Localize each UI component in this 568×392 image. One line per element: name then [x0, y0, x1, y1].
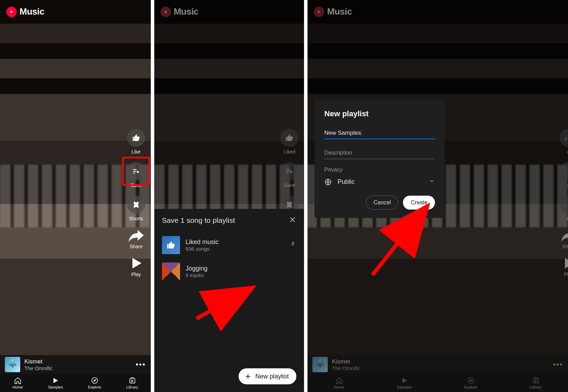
svg-marker-0	[11, 10, 13, 13]
chevron-down-icon	[429, 178, 435, 186]
share-icon	[560, 226, 568, 244]
app-logo-icon	[314, 7, 324, 17]
app-header: Music	[314, 6, 352, 17]
shorts-button[interactable]: ts	[560, 196, 568, 221]
nav-home-label: Home	[13, 385, 23, 389]
compass-icon	[91, 377, 99, 384]
privacy-value: Public	[337, 178, 355, 186]
now-playing-artist: The Omnific	[24, 365, 53, 371]
nav-samples-label: Samples	[48, 385, 63, 389]
action-rail: Like Save Shorts Share Play	[127, 129, 145, 277]
app-header: Music	[6, 6, 44, 17]
home-icon	[335, 377, 343, 384]
save-button[interactable]: Save	[280, 162, 298, 188]
app-header: Music	[161, 6, 199, 17]
bottom-nav: Home Samples Explore Library	[0, 374, 151, 392]
liked-button[interactable]: d	[560, 129, 568, 155]
dialog-title: New playlist	[324, 109, 435, 118]
play-icon	[127, 254, 145, 272]
thumbs-up-icon	[166, 241, 176, 250]
samples-icon	[52, 377, 59, 384]
share-icon	[127, 226, 145, 244]
share-button[interactable]: Share	[560, 229, 568, 249]
playlist-name-field[interactable]: New Samples	[324, 128, 435, 139]
svg-marker-9	[94, 379, 96, 382]
nav-samples[interactable]: Samples	[397, 377, 412, 389]
screen-divider	[304, 0, 308, 392]
svg-marker-12	[165, 10, 167, 13]
svg-line-23	[196, 293, 243, 319]
nav-library[interactable]: Library	[530, 377, 542, 389]
shorts-button[interactable]: Shorts	[127, 196, 145, 221]
home-icon	[14, 377, 22, 384]
play-label: Play	[131, 272, 141, 277]
now-playing-bar[interactable]: Kismet The Omnific •••	[308, 355, 568, 374]
library-icon	[532, 377, 540, 384]
playlist-meta: 936 songs	[186, 246, 219, 252]
like-button[interactable]: Like	[127, 129, 145, 155]
save-button[interactable]: e	[560, 162, 568, 188]
action-rail: d e ts Share Play	[560, 129, 568, 277]
new-playlist-button[interactable]: New playlist	[239, 368, 296, 384]
nav-samples[interactable]: Samples	[48, 377, 63, 389]
album-art	[5, 357, 20, 372]
playlist-row-jogging[interactable]: Jogging 9 tracks	[162, 258, 297, 285]
screen-3: Music d e ts Share Play New playlist New…	[308, 0, 568, 392]
cancel-button[interactable]: Cancel	[366, 196, 398, 210]
playlist-add-icon	[285, 167, 294, 175]
now-playing-bar[interactable]: Kismet The Omnific •••	[0, 355, 151, 374]
nav-explore[interactable]: Explore	[88, 377, 101, 389]
shorts-label: Shorts	[129, 216, 143, 221]
svg-marker-24	[318, 10, 320, 13]
pin-icon[interactable]	[290, 241, 296, 249]
more-icon[interactable]: •••	[553, 360, 563, 369]
action-rail: Liked Save	[280, 129, 298, 214]
playlist-row-liked[interactable]: Liked music 936 songs	[162, 232, 297, 258]
library-icon	[129, 377, 136, 384]
svg-marker-29	[402, 378, 407, 383]
thumbs-up-icon	[132, 134, 140, 142]
play-icon	[560, 254, 568, 272]
description-field[interactable]: Description	[324, 147, 435, 159]
svg-marker-6	[132, 258, 141, 268]
nav-home[interactable]: Home	[334, 377, 344, 389]
svg-marker-31	[470, 379, 472, 382]
app-logo-icon	[161, 7, 171, 17]
nav-home-label: Home	[334, 385, 344, 389]
liked-button[interactable]: Liked	[280, 129, 298, 155]
nav-explore-label: Explore	[88, 385, 101, 389]
nav-home[interactable]: Home	[13, 377, 23, 389]
app-title: Music	[20, 6, 44, 17]
annotation-arrow	[370, 209, 440, 280]
sheet-title: Save 1 song to playlist	[162, 216, 235, 225]
app-title: Music	[174, 6, 199, 17]
svg-marker-7	[54, 378, 58, 383]
nav-explore[interactable]: Explore	[464, 377, 477, 389]
close-button[interactable]	[289, 216, 296, 225]
play-button[interactable]: Play	[560, 257, 568, 277]
save-label: Save	[284, 182, 295, 188]
svg-line-28	[372, 214, 421, 275]
screen-divider	[151, 0, 154, 392]
thumbs-up-icon	[565, 134, 568, 142]
more-icon[interactable]: •••	[136, 360, 146, 369]
plus-icon	[244, 373, 252, 380]
nav-library-label: Library	[530, 385, 542, 389]
nav-library-label: Library	[126, 385, 138, 389]
globe-icon	[324, 178, 332, 186]
create-button[interactable]: Create	[403, 196, 435, 210]
close-icon	[289, 216, 296, 224]
screen-2: Music Liked Save Save 1 song to playlist	[154, 0, 304, 392]
nav-library[interactable]: Library	[126, 377, 138, 389]
playlist-thumb	[162, 262, 180, 281]
playlist-name: Jogging	[186, 265, 208, 272]
play-button[interactable]: Play	[127, 257, 145, 277]
svg-marker-25	[565, 258, 568, 268]
text-cursor	[361, 130, 361, 136]
samples-icon	[400, 377, 408, 384]
like-label: Like	[132, 149, 141, 155]
privacy-label: Privacy	[324, 167, 435, 173]
share-button[interactable]: Share	[127, 229, 145, 249]
new-playlist-dialog: New playlist New Samples Description Pri…	[314, 100, 445, 218]
privacy-select[interactable]: Public	[324, 178, 435, 186]
